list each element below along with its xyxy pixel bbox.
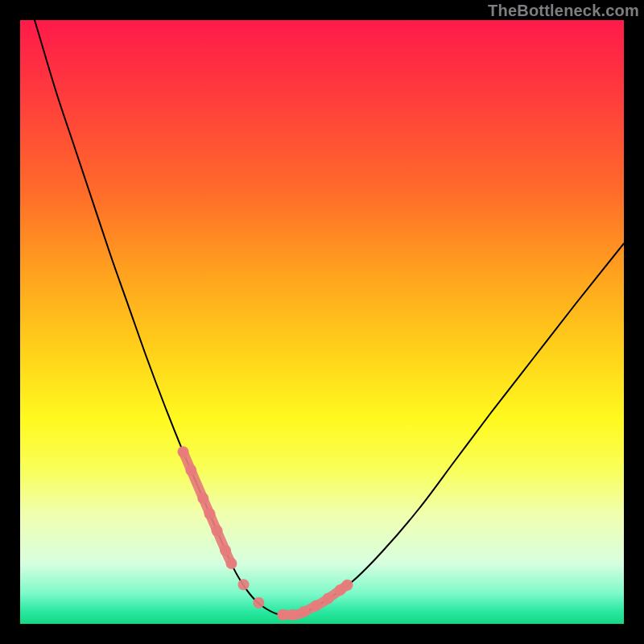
highlight-dot (178, 446, 189, 457)
highlight-dot (299, 606, 310, 617)
highlight-dot (253, 597, 264, 609)
highlight-dot (226, 558, 237, 569)
highlight-dot (185, 464, 196, 476)
highlight-dot (197, 493, 208, 504)
highlight-dot (342, 580, 353, 591)
highlight-dot (287, 609, 299, 621)
highlight-dot (212, 525, 223, 536)
highlight-dot (311, 601, 322, 612)
bottleneck-curve (20, 20, 624, 616)
highlight-dot (238, 579, 250, 590)
outer-frame: TheBottleneck.com (0, 0, 644, 644)
highlight-overlay (178, 446, 353, 621)
curve-svg (20, 20, 624, 624)
highlight-dot (220, 545, 231, 556)
highlight-dot (277, 609, 288, 621)
watermark-text: TheBottleneck.com (488, 2, 639, 20)
plot-area (20, 20, 624, 624)
highlight-dot (204, 508, 216, 519)
highlight-dot (323, 593, 334, 605)
